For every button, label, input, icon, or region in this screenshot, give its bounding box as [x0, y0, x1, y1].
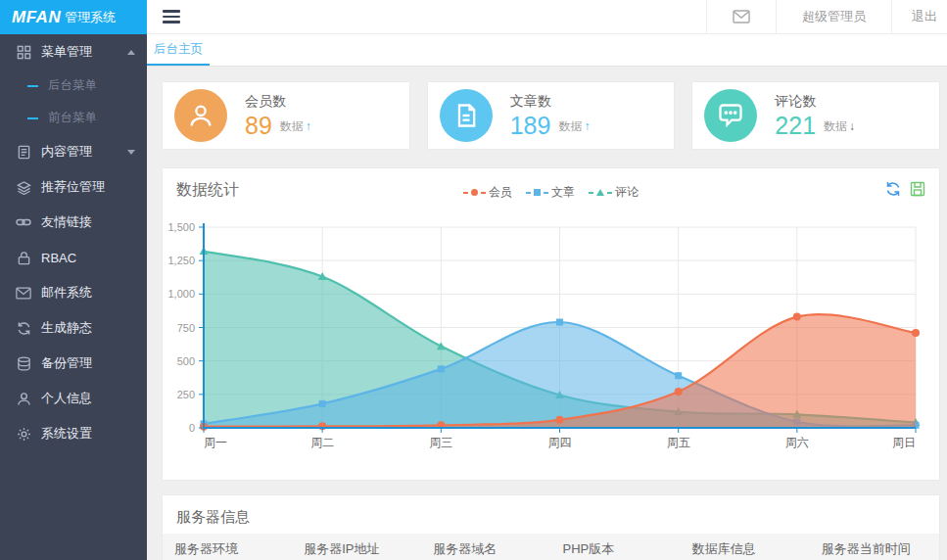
stat-card-title: 会员数 [245, 93, 311, 111]
top-header: 超级管理员 退出 [147, 0, 947, 34]
server-table-column-header: 服务器当前时间 [810, 540, 939, 558]
sidebar-item-2[interactable]: 内容管理 [0, 134, 147, 169]
tab-bar: 后台主页 [147, 34, 947, 67]
refresh-icon [16, 320, 31, 336]
svg-text:周一: 周一 [204, 436, 227, 449]
stat-card-2: 文章数189数据↑ [428, 82, 675, 149]
database-icon [16, 355, 31, 371]
sidebar-item-label: RBAC [41, 251, 135, 265]
sidebar-item-label: 菜单管理 [41, 43, 127, 61]
grid-icon [16, 44, 31, 60]
sidebar-item-5[interactable]: RBAC [0, 240, 147, 275]
svg-text:250: 250 [177, 389, 195, 400]
stat-card-title: 评论数 [775, 93, 855, 111]
sidebar-item-label: 备份管理 [41, 354, 135, 372]
sidebar-item-label: 内容管理 [41, 143, 127, 161]
server-info-table: 服务器环境服务器IP地址服务器域名PHP版本数据库信息服务器当前时间 [163, 534, 939, 560]
sidebar-item-4[interactable]: 友情链接 [0, 205, 147, 240]
stat-card-label: 数据 [280, 119, 304, 133]
server-table-column-header: 服务器域名 [421, 540, 550, 558]
submenu-dash-icon [27, 85, 38, 87]
server-table-header-row: 服务器环境服务器IP地址服务器域名PHP版本数据库信息服务器当前时间 [163, 534, 939, 560]
sidebar-item-1[interactable]: 菜单管理 [0, 34, 147, 70]
server-table-column-header: 服务器环境 [163, 540, 292, 558]
layers-icon [16, 179, 31, 195]
caret-down-icon [127, 150, 135, 155]
logo-brand: MFAN [12, 8, 61, 27]
svg-text:周日: 周日 [892, 436, 916, 449]
sidebar-item-8[interactable]: 备份管理 [0, 346, 147, 381]
svg-text:1,500: 1,500 [167, 221, 195, 233]
submenu-dash-icon [27, 117, 38, 119]
server-info-panel: 服务器信息 服务器环境服务器IP地址服务器域名PHP版本数据库信息服务器当前时间 [163, 495, 939, 560]
stat-card-value: 189 [510, 114, 551, 138]
stat-card-title: 文章数 [510, 93, 591, 111]
svg-text:1,250: 1,250 [167, 255, 195, 266]
caret-up-icon [127, 50, 135, 55]
sidebar-item-9[interactable]: 个人信息 [0, 381, 147, 416]
user-icon [16, 391, 31, 406]
svg-text:1,000: 1,000 [167, 288, 195, 300]
server-info-title: 服务器信息 [176, 508, 250, 527]
sidebar-item-label: 个人信息 [41, 390, 135, 407]
app-logo: MFAN 管理系统 [0, 0, 147, 34]
sidebar: 菜单管理后台菜单前台菜单内容管理推荐位管理友情链接RBAC邮件系统生成静态备份管… [0, 34, 147, 560]
logo-suffix: 管理系统 [65, 9, 116, 26]
user-icon [174, 89, 227, 142]
messages-button[interactable] [706, 0, 776, 33]
svg-text:750: 750 [177, 322, 195, 334]
svg-text:周五: 周五 [667, 436, 690, 449]
document-icon [16, 144, 31, 160]
sidebar-item-6[interactable]: 邮件系统 [0, 275, 147, 310]
current-user[interactable]: 超级管理员 [776, 0, 891, 33]
area-chart[interactable]: 02505007501,0001,2501,500周一周二周三周四周五周六周日 [163, 168, 939, 480]
sidebar-subitem-label: 前台菜单 [48, 110, 97, 126]
mail-icon [733, 10, 750, 23]
main-content: 会员数89数据↑文章数189数据↑评论数221数据↓ 数据统计 会员文章评论 0… [147, 67, 947, 560]
statistics-panel: 数据统计 会员文章评论 02505007501,0001,2501,500周一周… [163, 168, 939, 480]
sidebar-item-label: 生成静态 [41, 319, 135, 337]
stat-card-label: 数据 [824, 119, 847, 133]
gear-icon [16, 426, 31, 442]
sidebar-item-label: 友情链接 [41, 213, 135, 231]
stat-cards-row: 会员数89数据↑文章数189数据↑评论数221数据↓ [163, 82, 939, 149]
lock-icon [16, 250, 31, 265]
svg-text:周四: 周四 [548, 436, 572, 449]
trend-down-icon: ↓ [849, 119, 855, 133]
hamburger-menu-icon[interactable] [163, 10, 180, 23]
article-icon [440, 89, 493, 142]
sidebar-item-label: 邮件系统 [41, 284, 135, 302]
mail-icon [16, 285, 31, 301]
svg-text:500: 500 [177, 355, 195, 367]
sidebar-item-label: 推荐位管理 [41, 178, 135, 196]
trend-up-icon: ↑ [306, 119, 311, 133]
sidebar-subitem-label: 后台菜单 [48, 77, 97, 94]
link-icon [16, 214, 31, 230]
stat-card-1: 会员数89数据↑ [163, 82, 409, 149]
stat-card-value: 89 [245, 114, 272, 138]
sidebar-subitem[interactable]: 后台菜单 [0, 70, 147, 102]
trend-up-icon: ↑ [584, 119, 590, 133]
sidebar-item-label: 系统设置 [41, 425, 135, 443]
server-table-column-header: PHP版本 [551, 540, 681, 558]
svg-text:0: 0 [189, 422, 195, 434]
svg-text:周六: 周六 [785, 436, 809, 449]
svg-text:周三: 周三 [429, 436, 452, 449]
server-table-column-header: 数据库信息 [681, 540, 810, 558]
stat-card-3: 评论数221数据↓ [692, 82, 939, 149]
server-table-column-header: 服务器IP地址 [292, 540, 421, 558]
svg-text:周二: 周二 [310, 436, 334, 449]
sidebar-item-10[interactable]: 系统设置 [0, 416, 147, 451]
sidebar-item-3[interactable]: 推荐位管理 [0, 169, 147, 205]
comment-icon [704, 89, 757, 142]
logout-button[interactable]: 退出 [891, 0, 947, 33]
tab-backend-home[interactable]: 后台主页 [147, 34, 210, 66]
sidebar-item-7[interactable]: 生成静态 [0, 310, 147, 346]
stat-card-value: 221 [775, 114, 816, 138]
sidebar-subitem[interactable]: 前台菜单 [0, 102, 147, 134]
stat-card-label: 数据 [558, 119, 582, 133]
